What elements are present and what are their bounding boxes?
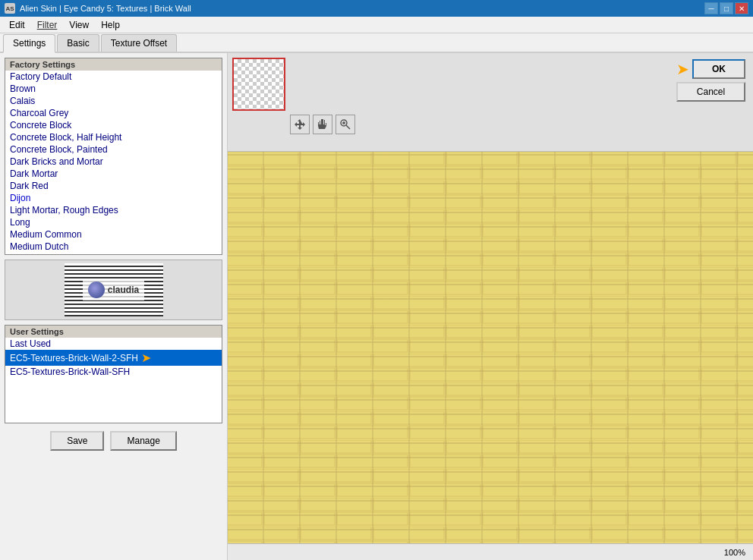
app-icon: AS xyxy=(5,3,15,14)
list-item-concrete-block[interactable]: Concrete Block xyxy=(5,119,222,131)
tool-icons-row xyxy=(290,115,355,134)
factory-settings-header: Factory Settings xyxy=(5,58,222,71)
list-item-medium-engl[interactable]: Medium Engl... xyxy=(5,253,222,255)
settings-list-box[interactable]: Factory Settings Factory Default Brown C… xyxy=(5,58,222,255)
svg-line-1 xyxy=(346,125,350,129)
bottom-buttons: Save Manage xyxy=(5,428,222,454)
list-item-light-mortar[interactable]: Light Mortar, Rough Edges xyxy=(5,204,222,216)
cancel-button[interactable]: Cancel xyxy=(676,82,745,102)
save-button[interactable]: Save xyxy=(50,431,104,451)
tab-bar: Settings Basic Texture Offset xyxy=(0,33,753,53)
title-bar-text: Alien Skin | Eye Candy 5: Textures | Bri… xyxy=(20,4,191,13)
brick-wall-preview xyxy=(228,152,753,543)
tab-settings[interactable]: Settings xyxy=(3,34,55,53)
watermark-stripes: claudia xyxy=(65,263,163,316)
menu-bar: Edit Filter View Help xyxy=(0,17,753,33)
watermark-text: claudia xyxy=(108,285,139,295)
list-item-brown[interactable]: Brown xyxy=(5,83,222,95)
watermark-preview-area: claudia xyxy=(5,260,222,320)
list-item-dijon[interactable]: Dijon xyxy=(5,192,222,204)
main-layout: Factory Settings Factory Default Brown C… xyxy=(0,53,753,560)
list-item-dark-bricks[interactable]: Dark Bricks and Mortar xyxy=(5,156,222,168)
top-right-toolbar: ➤ OK Cancel xyxy=(228,53,753,152)
list-item-user-2[interactable]: EC5-Textures-Brick-Wall-SFH xyxy=(5,366,222,378)
maximize-button[interactable]: □ xyxy=(720,2,733,14)
ok-button[interactable]: OK xyxy=(692,59,745,79)
list-item-last-used[interactable]: Last Used xyxy=(5,338,222,350)
tab-texture-offset[interactable]: Texture Offset xyxy=(101,34,177,52)
watermark-globe-icon xyxy=(88,282,105,298)
right-panel: ➤ OK Cancel xyxy=(228,53,753,560)
menu-view[interactable]: View xyxy=(63,18,95,32)
close-button[interactable]: ✕ xyxy=(735,2,748,14)
user-settings-header: User Settings xyxy=(5,326,222,338)
manage-button[interactable]: Manage xyxy=(110,431,176,451)
list-item-dark-red[interactable]: Dark Red xyxy=(5,180,222,192)
menu-edit[interactable]: Edit xyxy=(3,18,31,32)
list-item-long[interactable]: Long xyxy=(5,216,222,228)
arrow-pointer-icon: ➤ xyxy=(141,351,151,365)
list-item-user-1[interactable]: EC5-Textures-Brick-Wall-2-SFH ➤ xyxy=(5,350,222,366)
move-tool-icon[interactable] xyxy=(290,115,310,134)
zoom-tool-icon[interactable] xyxy=(336,115,355,134)
menu-help[interactable]: Help xyxy=(95,18,126,32)
user-settings-box[interactable]: User Settings Last Used EC5-Textures-Bri… xyxy=(5,325,222,423)
brick-texture-bg xyxy=(228,152,753,543)
menu-filter[interactable]: Filter xyxy=(31,18,64,32)
preview-thumbnail xyxy=(232,58,285,111)
list-item-concrete-block-painted[interactable]: Concrete Block, Painted xyxy=(5,143,222,156)
hand-tool-icon[interactable] xyxy=(313,115,332,134)
title-bar-controls: ─ □ ✕ xyxy=(704,2,748,14)
minimize-button[interactable]: ─ xyxy=(704,2,718,14)
list-item-factory-default[interactable]: Factory Default xyxy=(5,71,222,83)
tab-basic[interactable]: Basic xyxy=(57,34,99,52)
list-item-dark-mortar[interactable]: Dark Mortar xyxy=(5,168,222,180)
ok-arrow-icon: ➤ xyxy=(676,60,689,78)
svg-rect-8 xyxy=(228,152,753,543)
list-item-concrete-block-half[interactable]: Concrete Block, Half Height xyxy=(5,131,222,143)
left-panel: Factory Settings Factory Default Brown C… xyxy=(0,53,228,560)
list-item-medium-dutch[interactable]: Medium Dutch xyxy=(5,241,222,253)
status-bar: 100% xyxy=(228,543,753,560)
brick-pattern-svg xyxy=(228,152,753,543)
list-item-calais[interactable]: Calais xyxy=(5,95,222,107)
list-item-medium-common[interactable]: Medium Common xyxy=(5,228,222,241)
title-bar: AS Alien Skin | Eye Candy 5: Textures | … xyxy=(0,0,753,17)
zoom-level: 100% xyxy=(724,548,745,557)
watermark-label: claudia xyxy=(83,279,144,300)
list-item-charcoal-grey[interactable]: Charcoal Grey xyxy=(5,107,222,119)
ok-cancel-area: ➤ OK Cancel xyxy=(676,59,745,102)
